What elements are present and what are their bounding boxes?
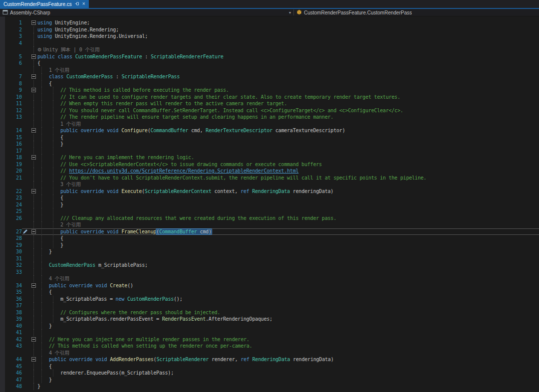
- code-line[interactable]: 14public override void Configure(Command…: [0, 127, 539, 134]
- code-line[interactable]: 9// This method is called before executi…: [0, 87, 539, 94]
- breakpoint-margin[interactable]: [0, 350, 5, 357]
- code-line[interactable]: 41: [0, 329, 539, 336]
- codelens-label[interactable]: 1 个引用: [49, 67, 69, 73]
- breakpoint-margin[interactable]: [0, 377, 5, 384]
- breakpoint-margin[interactable]: [0, 370, 5, 377]
- breakpoint-margin[interactable]: [0, 134, 5, 141]
- breakpoint-margin[interactable]: [0, 228, 5, 235]
- breakpoint-margin[interactable]: [0, 269, 5, 276]
- doc-link[interactable]: https://docs.unity3d.com/ScriptReference…: [69, 168, 298, 174]
- code-line[interactable]: 20// https://docs.unity3d.com/ScriptRefe…: [0, 168, 539, 175]
- code-line[interactable]: 31: [0, 255, 539, 262]
- breakpoint-margin[interactable]: [0, 242, 5, 249]
- code-line[interactable]: 28{: [0, 235, 539, 242]
- code-line[interactable]: 3using UnityEngine.Rendering.Universal;: [0, 33, 539, 40]
- breakpoint-margin[interactable]: [0, 127, 5, 134]
- codelens-row[interactable]: 1 个引用: [0, 121, 539, 128]
- fold-toggle-icon[interactable]: [31, 155, 36, 160]
- breakpoint-margin[interactable]: [0, 208, 5, 215]
- breakpoint-margin[interactable]: [0, 255, 5, 262]
- code-line[interactable]: 22public override void Execute(Scriptabl…: [0, 188, 539, 195]
- codelens-row[interactable]: 4 个引用: [0, 275, 539, 282]
- code-line[interactable]: 44public override void AddRenderPasses(S…: [0, 356, 539, 363]
- pin-icon[interactable]: [75, 1, 79, 7]
- code-line[interactable]: 18// Here you can implement the renderin…: [0, 154, 539, 161]
- breakpoint-margin[interactable]: [0, 121, 5, 128]
- code-line[interactable]: 24}: [0, 201, 539, 208]
- code-line[interactable]: 6{: [0, 60, 539, 67]
- breakpoint-margin[interactable]: [0, 363, 5, 370]
- code-line[interactable]: 26/// Cleanup any allocated resources th…: [0, 215, 539, 222]
- breakpoint-margin[interactable]: [0, 107, 5, 114]
- breakpoint-margin[interactable]: [0, 19, 5, 26]
- code-line[interactable]: 30}: [0, 248, 539, 255]
- breakpoint-margin[interactable]: [0, 46, 5, 53]
- project-dropdown[interactable]: Assembly-CSharp ▾: [0, 9, 293, 16]
- code-editor[interactable]: 1using UnityEngine;2using UnityEngine.Re…: [0, 16, 539, 392]
- fold-toggle-icon[interactable]: [31, 74, 36, 79]
- code-line[interactable]: 47}: [0, 377, 539, 384]
- breakpoint-margin[interactable]: [0, 26, 5, 33]
- code-line[interactable]: 11// When empty this render pass will re…: [0, 100, 539, 107]
- breakpoint-margin[interactable]: [0, 343, 5, 350]
- code-line[interactable]: 10// It can be used to configure render …: [0, 94, 539, 101]
- breakpoint-margin[interactable]: [0, 235, 5, 242]
- breakpoint-margin[interactable]: [0, 40, 5, 47]
- fold-toggle-icon[interactable]: [31, 20, 36, 25]
- codelens-row[interactable]: 1 个引用: [0, 67, 539, 74]
- code-line[interactable]: 19// Use <c>ScriptableRenderContext</c> …: [0, 161, 539, 168]
- code-line[interactable]: 34public override void Create(): [0, 282, 539, 289]
- fold-toggle-icon[interactable]: [31, 229, 36, 234]
- breakpoint-margin[interactable]: [0, 275, 5, 282]
- code-line[interactable]: 42// Here you can inject one or multiple…: [0, 336, 539, 343]
- code-line[interactable]: 8{: [0, 80, 539, 87]
- code-line[interactable]: 46renderer.EnqueuePass(m_ScriptablePass)…: [0, 370, 539, 377]
- breakpoint-margin[interactable]: [0, 60, 5, 67]
- code-line[interactable]: 35{: [0, 289, 539, 296]
- breakpoint-margin[interactable]: [0, 114, 5, 121]
- fold-toggle-icon[interactable]: [31, 88, 36, 92]
- fold-toggle-icon[interactable]: [31, 189, 36, 194]
- breakpoint-margin[interactable]: [0, 248, 5, 255]
- breakpoint-margin[interactable]: [0, 181, 5, 188]
- code-line[interactable]: 36m_ScriptablePass = new CustomRenderPas…: [0, 296, 539, 303]
- breakpoint-margin[interactable]: [0, 289, 5, 296]
- code-line[interactable]: 21// You don't have to call ScriptableRe…: [0, 175, 539, 182]
- codelens-row[interactable]: 3 个引用: [0, 181, 539, 188]
- breakpoint-margin[interactable]: [0, 302, 5, 309]
- breakpoint-margin[interactable]: [0, 329, 5, 336]
- code-line[interactable]: 23{: [0, 195, 539, 201]
- code-line[interactable]: 32CustomRenderPass m_ScriptablePass;: [0, 262, 539, 269]
- code-line[interactable]: 17: [0, 148, 539, 155]
- code-line[interactable]: 29}: [0, 242, 539, 249]
- code-line[interactable]: 25: [0, 208, 539, 215]
- code-line[interactable]: 37: [0, 302, 539, 309]
- code-line[interactable]: 39m_ScriptablePass.renderPassEvent = Ren…: [0, 316, 539, 323]
- breakpoint-margin[interactable]: [0, 168, 5, 175]
- code-line[interactable]: 12// You should never call CommandBuffer…: [0, 107, 539, 114]
- codelens-row[interactable]: 4 个引用: [0, 350, 539, 357]
- tab-customrenderpassfeature[interactable]: CustomRenderPassFeature.cs ×: [0, 0, 89, 8]
- breakpoint-margin[interactable]: [0, 33, 5, 40]
- breakpoint-margin[interactable]: [0, 188, 5, 195]
- breakpoint-margin[interactable]: [0, 154, 5, 161]
- fold-toggle-icon[interactable]: [31, 283, 36, 288]
- breakpoint-margin[interactable]: [0, 148, 5, 155]
- fold-toggle-icon[interactable]: [31, 54, 36, 59]
- code-line[interactable]: 7class CustomRenderPass : ScriptableRend…: [0, 73, 539, 80]
- code-line[interactable]: 43// This method is called when setting …: [0, 343, 539, 350]
- fold-toggle-icon[interactable]: [31, 337, 36, 342]
- breakpoint-margin[interactable]: [0, 356, 5, 363]
- breakpoint-margin[interactable]: [0, 141, 5, 148]
- breakpoint-margin[interactable]: [0, 53, 5, 60]
- code-line[interactable]: 16}: [0, 141, 539, 148]
- codelens-label[interactable]: 4 个引用: [49, 276, 69, 281]
- code-line[interactable]: 33: [0, 269, 539, 276]
- breakpoint-margin[interactable]: [0, 336, 5, 343]
- breakpoint-margin[interactable]: [0, 94, 5, 101]
- code-line[interactable]: 4: [0, 40, 539, 47]
- breakpoint-margin[interactable]: [0, 201, 5, 208]
- breakpoint-margin[interactable]: [0, 316, 5, 323]
- breakpoint-margin[interactable]: [0, 100, 5, 107]
- codelens-label[interactable]: 2 个引用: [60, 222, 81, 227]
